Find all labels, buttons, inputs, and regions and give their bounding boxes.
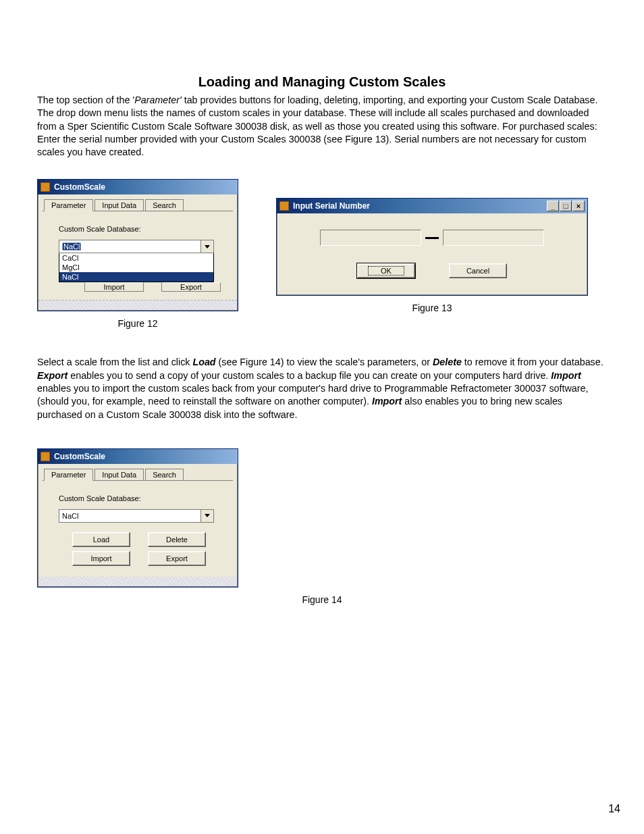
window-title: CustomScale — [54, 452, 105, 461]
tab-search[interactable]: Search — [145, 199, 184, 211]
combobox-selected: NaCl — [62, 242, 81, 251]
intro-text-a: The top section of the ' — [37, 95, 134, 105]
second-paragraph: Select a scale from the list and click L… — [37, 356, 607, 421]
tab-parameter[interactable]: Parameter — [44, 469, 93, 481]
database-combobox[interactable]: NaCl — [59, 509, 214, 523]
combobox-dropdown[interactable]: CaCl MgCl NaCl — [59, 253, 214, 282]
option-mgcl[interactable]: MgCl — [59, 263, 213, 272]
figure-12-caption: Figure 12 — [117, 318, 157, 329]
tab-input-data[interactable]: Input Data — [95, 199, 144, 211]
load-button[interactable]: Load — [72, 532, 130, 547]
option-nacl[interactable]: NaCl — [59, 272, 213, 282]
figure-14-caption: Figure 14 — [302, 594, 342, 605]
import-button[interactable]: Import — [84, 282, 144, 292]
option-cacl[interactable]: CaCl — [59, 253, 213, 263]
delete-button[interactable]: Delete — [148, 532, 206, 547]
figure-13-caption: Figure 13 — [412, 303, 452, 313]
database-combobox[interactable]: NaCl — [59, 240, 214, 253]
intro-parameter-word: Parameter' — [134, 95, 181, 105]
p2b: (see Figure 14) to view the scale's para… — [216, 357, 433, 367]
combobox-selected: NaCl — [59, 510, 200, 522]
titlebar[interactable]: Input Serial Number _ □ × — [277, 199, 587, 213]
p2c: to remove it from your database. — [462, 357, 603, 367]
export-button[interactable]: Export — [161, 282, 221, 292]
serial-input-2[interactable] — [443, 230, 544, 246]
close-icon[interactable]: × — [572, 201, 585, 211]
app-icon — [41, 452, 50, 461]
window-title: Input Serial Number — [293, 201, 370, 211]
dash-separator — [425, 237, 439, 239]
chevron-down-icon[interactable] — [200, 240, 213, 253]
input-serial-dialog: Input Serial Number _ □ × OK — [276, 198, 588, 296]
window-title: CustomScale — [54, 182, 105, 192]
delete-word: Delete — [433, 357, 462, 367]
tab-search[interactable]: Search — [145, 469, 184, 481]
maximize-icon[interactable]: □ — [560, 201, 572, 211]
p2d: enables you to send a copy of your custo… — [68, 370, 551, 381]
tab-parameter[interactable]: Parameter — [44, 199, 93, 211]
import-word: Import — [551, 370, 581, 381]
titlebar[interactable]: CustomScale — [38, 180, 238, 194]
intro-paragraph: The top section of the 'Parameter' tab p… — [37, 94, 607, 159]
app-icon — [279, 201, 289, 211]
database-label: Custom Scale Database: — [59, 494, 222, 502]
chevron-down-icon[interactable] — [200, 510, 213, 522]
export-button[interactable]: Export — [148, 551, 206, 566]
import-button[interactable]: Import — [72, 551, 130, 566]
tab-strip: Parameter Input Data Search — [38, 464, 237, 480]
app-icon — [41, 182, 50, 192]
tab-strip: Parameter Input Data Search — [38, 194, 237, 211]
page-title: Loading and Managing Custom Scales — [37, 74, 607, 90]
crop-edge — [38, 577, 237, 586]
export-word: Export — [37, 370, 68, 381]
customscale-window-fig12: CustomScale Parameter Input Data Search … — [37, 179, 238, 311]
tab-input-data[interactable]: Input Data — [95, 469, 144, 481]
titlebar[interactable]: CustomScale — [38, 449, 238, 464]
serial-input-1[interactable] — [320, 230, 421, 246]
ok-button[interactable]: OK — [357, 263, 415, 278]
customscale-window-fig14: CustomScale Parameter Input Data Search … — [37, 448, 238, 588]
load-word: Load — [192, 357, 215, 367]
database-label: Custom Scale Database: — [59, 225, 222, 233]
cancel-button[interactable]: Cancel — [449, 263, 507, 278]
import-word-2: Import — [372, 396, 402, 407]
page-number: 14 — [608, 803, 620, 815]
minimize-icon[interactable]: _ — [547, 201, 559, 211]
p2a: Select a scale from the list and click — [37, 357, 192, 367]
crop-edge — [38, 300, 237, 310]
